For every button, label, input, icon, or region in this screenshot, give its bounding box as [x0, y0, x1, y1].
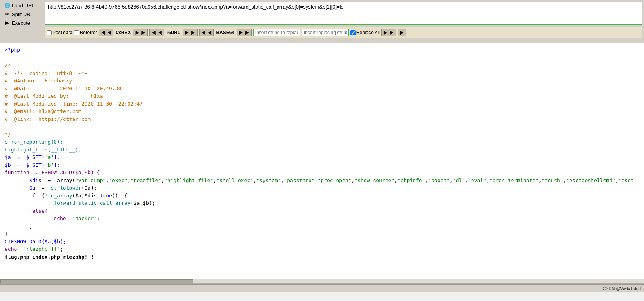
url-left-arrow[interactable]: ◄◄: [149, 29, 164, 36]
split-url-icon: ✂: [4, 11, 10, 17]
comment-close: */: [5, 131, 11, 137]
line-error-reporting: error_reporting(0);: [5, 139, 63, 145]
php-opening-tag: <?php: [5, 47, 20, 53]
referrer-label: Referrer: [80, 30, 97, 35]
insert-replacing-string-input[interactable]: [302, 29, 349, 36]
base64-label: BASE64: [216, 30, 234, 35]
line-strtolower: $a = strtolower($a);: [5, 185, 97, 191]
line-b-get: $b = $_GET['b'];: [5, 162, 60, 168]
left-button-group: 🌐 Load URL ✂ Split URL ▶ Execute: [0, 0, 43, 43]
execute-button[interactable]: ▶ Execute: [2, 19, 41, 27]
scroll-track[interactable]: [0, 279, 644, 284]
comment-line-3: # @Date: 2020-11-30 20:49:30: [5, 86, 121, 91]
scrollbar-area: [0, 279, 644, 284]
line-echo-hacker: echo 'hacker';: [5, 215, 100, 221]
hex-right-arrow[interactable]: ►►: [133, 29, 148, 36]
toolbar: 🌐 Load URL ✂ Split URL ▶ Execute http://…: [0, 0, 644, 43]
line-function-def: function CTFSHOW_36_D($a,$b) {: [5, 170, 100, 175]
replace-all-label[interactable]: Replace All: [350, 30, 380, 35]
line-close-function: }: [5, 231, 8, 237]
base64-left-arrow[interactable]: ◄◄: [199, 29, 214, 36]
line-a-get: $a = $_GET['a'];: [5, 154, 60, 160]
credit-text: CSDN @Webcbddd: [602, 286, 641, 291]
insert-string-replace-input[interactable]: [253, 29, 300, 36]
replace-all-text: Replace All: [356, 30, 380, 35]
referrer-checkbox-label[interactable]: Referrer: [74, 30, 97, 35]
hex-left-arrow[interactable]: ◄◄: [99, 29, 114, 36]
execute-icon: ▶: [4, 20, 10, 26]
split-url-label: Split URL: [12, 11, 33, 17]
line-close-else: }: [5, 223, 32, 229]
post-data-checkbox-label[interactable]: Post data: [47, 30, 73, 35]
status-bar: CSDN @Webcbddd: [0, 284, 644, 292]
line-forward-static: forward_static_call_array($a,$b);: [5, 200, 155, 206]
execute-label: Execute: [12, 20, 30, 26]
comment-line-7: # @link: https://ctfer.com: [5, 116, 91, 122]
replace-right-arrow1[interactable]: ►►: [381, 29, 396, 36]
post-data-checkbox[interactable]: [47, 30, 52, 35]
scroll-thumb[interactable]: [0, 279, 193, 283]
post-data-label: Post data: [53, 30, 73, 35]
line-if-not-in-array: if (!in_array($a,$dis,true)) {: [5, 193, 127, 199]
line-output: flag.php index.php rlezphp!!!: [5, 254, 94, 260]
url-encode-label: %URL: [167, 30, 180, 35]
comment-line-1: # -*- coding: utf-8 -*-: [5, 70, 87, 76]
line-echo-rlezphp: echo "rlezphp!!!";: [5, 246, 63, 252]
url-controls: Post data Referrer ◄◄ 0xHEX ►► ◄◄ %URL ►…: [45, 27, 642, 38]
comment-line-6: # @email: h1xa@ctfer.com: [5, 108, 82, 114]
hex-label: 0xHEX: [116, 30, 131, 35]
url-area: http://81cc27a7-36f8-4b40-9766-5d826670a…: [43, 0, 644, 43]
line-call-function: CTFSHOW_36_D($a,$b);: [5, 239, 66, 244]
replace-right-arrow2[interactable]: ►: [398, 29, 406, 36]
load-url-button[interactable]: 🌐 Load URL: [2, 2, 41, 9]
line-else: }else{: [5, 208, 48, 214]
split-url-button[interactable]: ✂ Split URL: [2, 10, 41, 18]
replace-all-checkbox[interactable]: [350, 30, 356, 35]
code-area: <?php /* # -*- coding: utf-8 -*- # @Auth…: [0, 43, 644, 279]
referrer-checkbox[interactable]: [74, 30, 79, 35]
load-url-label: Load URL: [12, 3, 35, 9]
url-right-arrow[interactable]: ►►: [183, 29, 198, 36]
load-url-icon: 🌐: [4, 2, 10, 9]
line-dis-array: $dis = array("var_dump","exec","readfile…: [5, 177, 634, 183]
line-highlight-file: highlight_file(__FILE__);: [5, 147, 82, 153]
comment-line-5: # @Last Modified time: 2020-11-30 22:02:…: [5, 101, 143, 107]
url-input[interactable]: http://81cc27a7-36f8-4b40-9766-5d826670a…: [45, 2, 642, 25]
base64-right-arrow[interactable]: ►►: [237, 29, 252, 36]
comment-open: /*: [5, 62, 11, 68]
comment-line-4: # @Last Modified by: h1xa: [5, 93, 103, 99]
comment-line-2: # @Author: Firebasky: [5, 78, 72, 84]
